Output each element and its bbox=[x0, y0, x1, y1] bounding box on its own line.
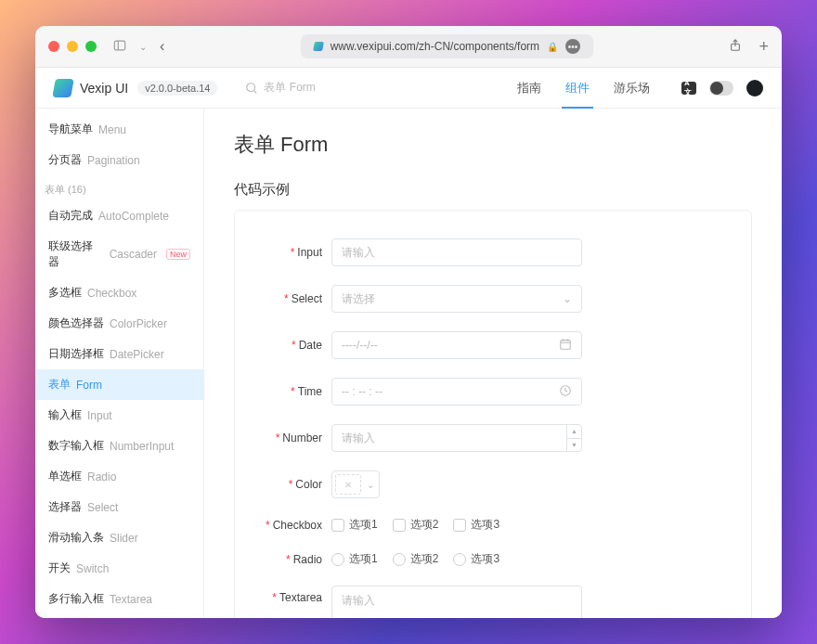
sidebar-item-form[interactable]: 表单Form bbox=[35, 369, 203, 400]
minimize-window-icon[interactable] bbox=[67, 41, 78, 52]
label-color: Color bbox=[295, 478, 322, 491]
desktop-wallpaper: ⌄ ‹ www.vexipui.com/zh-CN/components/for… bbox=[0, 0, 817, 644]
sidebar-toggle-icon[interactable] bbox=[113, 39, 126, 55]
select-field[interactable]: 请选择⌄ bbox=[331, 285, 582, 313]
address-bar[interactable]: www.vexipui.com/zh-CN/components/form 🔒 … bbox=[301, 34, 593, 58]
search-icon bbox=[245, 82, 258, 95]
input-field[interactable]: 请输入 bbox=[331, 238, 582, 266]
time-field[interactable]: -- : -- : -- bbox=[331, 378, 582, 406]
site-logo-icon bbox=[313, 42, 324, 51]
search-placeholder: 表单 Form bbox=[264, 80, 315, 96]
sidebar-item-slider[interactable]: 滑动输入条Slider bbox=[35, 522, 203, 553]
label-checkbox: Checkbox bbox=[273, 519, 322, 532]
page-title: 表单 Form bbox=[234, 131, 752, 159]
sidebar-item-datepicker[interactable]: 日期选择框DatePicker bbox=[35, 339, 203, 369]
nav-playground[interactable]: 游乐场 bbox=[612, 69, 652, 108]
sidebar-item-cascader[interactable]: 联级选择器CascaderNew bbox=[35, 231, 203, 277]
label-select: Select bbox=[292, 292, 322, 305]
sidebar-item-switch[interactable]: 开关Switch bbox=[35, 553, 203, 584]
page-actions-icon[interactable]: ••• bbox=[565, 39, 580, 54]
sidebar-item-checkbox[interactable]: 多选框Checkbox bbox=[35, 277, 203, 308]
number-up-icon[interactable]: ▲ bbox=[567, 425, 581, 439]
sidebar-item-menu[interactable]: 导航菜单Menu bbox=[35, 114, 203, 145]
svg-point-3 bbox=[247, 83, 255, 91]
section-title: 代码示例 bbox=[234, 181, 752, 199]
nav-components[interactable]: 组件 bbox=[564, 69, 591, 108]
number-field[interactable]: 请输入▲▼ bbox=[331, 424, 582, 452]
brand[interactable]: Vexip UI bbox=[54, 79, 128, 97]
sidebar-item-numberinput[interactable]: 数字输入框NumberInput bbox=[35, 431, 203, 461]
sidebar-item-select[interactable]: 选择器Select bbox=[35, 492, 203, 522]
radio-option-3[interactable]: 选项3 bbox=[453, 551, 499, 567]
close-window-icon[interactable] bbox=[48, 41, 59, 52]
chevron-down-icon: ⌄ bbox=[563, 292, 572, 305]
new-tab-icon[interactable]: + bbox=[759, 37, 769, 57]
language-toggle[interactable]: A文 bbox=[681, 82, 696, 95]
radio-option-1[interactable]: 选项1 bbox=[331, 551, 378, 567]
checkbox-option-2[interactable]: 选项2 bbox=[393, 517, 439, 533]
sidebar-item-input[interactable]: 输入框Input bbox=[35, 400, 203, 431]
site-header: Vexip UI v2.0.0-beta.14 表单 Form 指南 组件 游乐… bbox=[35, 68, 782, 109]
github-icon[interactable] bbox=[746, 80, 763, 97]
demo-panel: *Input 请输入 *Select 请选择⌄ *Date ----/--/-- bbox=[234, 210, 752, 618]
svg-rect-5 bbox=[561, 340, 571, 349]
date-field[interactable]: ----/--/-- bbox=[331, 331, 582, 359]
search-input[interactable]: 表单 Form bbox=[245, 80, 315, 96]
share-icon[interactable] bbox=[729, 39, 742, 55]
label-time: Time bbox=[298, 385, 322, 398]
textarea-field[interactable]: 请输入 bbox=[331, 586, 582, 618]
tab-dropdown-icon[interactable]: ⌄ bbox=[139, 42, 147, 52]
checkbox-option-1[interactable]: 选项1 bbox=[331, 517, 378, 533]
label-date: Date bbox=[299, 339, 322, 352]
clock-icon bbox=[559, 384, 572, 400]
main-content: 表单 Form 代码示例 *Input 请输入 *Select 请选择⌄ *Da… bbox=[204, 109, 782, 618]
sidebar-item-radio[interactable]: 单选框Radio bbox=[35, 461, 203, 492]
chevron-down-icon: ⌄ bbox=[361, 480, 379, 490]
theme-toggle[interactable] bbox=[709, 81, 733, 96]
sidebar-item-pagination[interactable]: 分页器Pagination bbox=[35, 145, 203, 175]
browser-window: ⌄ ‹ www.vexipui.com/zh-CN/components/for… bbox=[35, 26, 782, 618]
svg-rect-0 bbox=[114, 41, 124, 50]
svg-line-4 bbox=[254, 90, 257, 93]
color-empty-icon: ✕ bbox=[335, 474, 361, 495]
lock-icon: 🔒 bbox=[547, 42, 558, 52]
brand-logo-icon bbox=[52, 79, 74, 97]
number-down-icon[interactable]: ▼ bbox=[567, 439, 581, 452]
color-field[interactable]: ✕⌄ bbox=[331, 470, 380, 498]
sidebar-item-timepicker[interactable]: 时间选择框TimePicker bbox=[35, 614, 203, 618]
brand-name: Vexip UI bbox=[80, 81, 128, 96]
sidebar-item-textarea[interactable]: 多行输入框Textarea bbox=[35, 584, 203, 614]
label-number: Number bbox=[282, 431, 322, 444]
calendar-icon bbox=[559, 338, 572, 354]
window-titlebar: ⌄ ‹ www.vexipui.com/zh-CN/components/for… bbox=[35, 26, 782, 67]
label-input: Input bbox=[297, 246, 322, 259]
checkbox-option-3[interactable]: 选项3 bbox=[453, 517, 499, 533]
version-badge[interactable]: v2.0.0-beta.14 bbox=[137, 81, 217, 96]
sidebar: 导航菜单Menu 分页器Pagination 表单 (16) 自动完成AutoC… bbox=[35, 109, 204, 618]
sidebar-item-autocomplete[interactable]: 自动完成AutoComplete bbox=[35, 200, 203, 231]
url-text: www.vexipui.com/zh-CN/components/form bbox=[331, 40, 539, 53]
sidebar-group-form: 表单 (16) bbox=[35, 175, 203, 200]
maximize-window-icon[interactable] bbox=[85, 41, 97, 52]
sidebar-item-colorpicker[interactable]: 颜色选择器ColorPicker bbox=[35, 308, 203, 339]
label-radio: Radio bbox=[293, 553, 322, 566]
radio-option-2[interactable]: 选项2 bbox=[393, 551, 439, 567]
label-textarea: Textarea bbox=[279, 591, 322, 604]
nav-guide[interactable]: 指南 bbox=[515, 69, 543, 108]
